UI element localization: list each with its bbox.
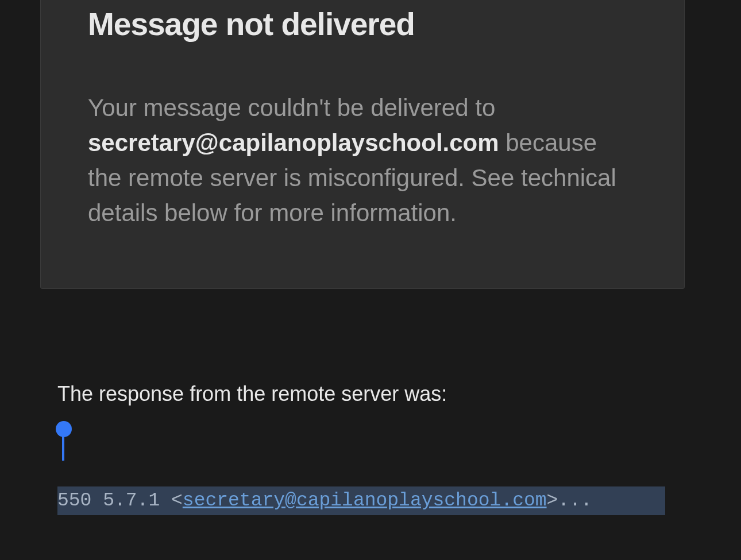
error-email-link[interactable]: secretary@capilanoplayschool.com <box>183 490 547 511</box>
body-prefix: Your message couldn't be delivered to <box>88 94 495 121</box>
recipient-email: secretary@capilanoplayschool.com <box>88 129 499 156</box>
error-line-1: 550 5.7.1 <secretary@capilanoplayschool.… <box>57 486 665 515</box>
bounce-card: Message not delivered Your message could… <box>40 0 685 289</box>
error-body: Your message couldn't be delivered to se… <box>88 91 637 231</box>
selection-bar-start-icon[interactable] <box>62 433 64 461</box>
error-suffix-1: >... <box>547 490 604 511</box>
error-prefix: 550 5.7.1 < <box>57 490 183 511</box>
smtp-error-block[interactable]: 550 5.7.1 <secretary@capilanoplayschool.… <box>57 434 685 560</box>
error-title: Message not delivered <box>88 0 637 43</box>
response-label: The response from the remote server was: <box>57 382 741 406</box>
